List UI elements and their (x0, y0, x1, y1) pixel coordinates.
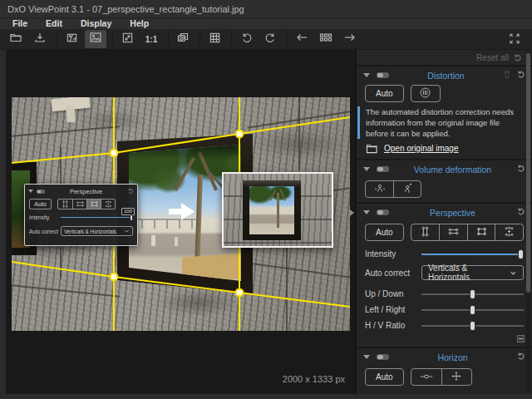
hv-ratio-handle[interactable] (470, 321, 475, 331)
arrow-right-icon (343, 32, 357, 47)
export-image-button[interactable] (29, 30, 51, 48)
menu-file[interactable]: File (3, 18, 37, 29)
fit-to-screen-button[interactable] (116, 30, 138, 48)
fullscreen-icon (509, 32, 520, 47)
force-rectangle-button[interactable] (86, 200, 101, 209)
open-image-button[interactable] (5, 30, 27, 48)
volume-enable-toggle[interactable] (377, 166, 389, 172)
lens-distortion-icon (419, 86, 431, 101)
panel-scrollbar[interactable] (526, 52, 530, 392)
left-right-label: Left / Right (365, 305, 418, 314)
compare-view-button[interactable] (61, 30, 82, 48)
guide-handle-bottom-left[interactable] (111, 273, 118, 281)
horizon-move-button[interactable] (441, 369, 471, 385)
trash-icon[interactable] (503, 70, 511, 81)
distortion-auto-button[interactable]: Auto (365, 85, 404, 102)
panel-scrollbar-thumb[interactable] (526, 53, 530, 293)
reset-all-icon (513, 53, 522, 62)
collapse-triangle-icon[interactable] (28, 190, 33, 193)
reset-all-button[interactable]: Reset all (357, 50, 532, 65)
force-horizontal-icon (76, 200, 85, 209)
up-down-label: Up / Down (365, 289, 418, 298)
collapse-triangle-icon[interactable] (363, 210, 370, 214)
force-horizontal-button[interactable] (439, 224, 467, 240)
up-down-row: Up / Down (357, 286, 532, 302)
guide-handle-top-left[interactable] (111, 150, 118, 157)
overlay-intensity-handle[interactable] (130, 214, 133, 221)
perspective-controls: Auto (357, 224, 532, 241)
intensity-slider[interactable] (421, 254, 524, 255)
eight-point-button[interactable] (495, 224, 523, 240)
panel-collapse-handle[interactable] (350, 209, 354, 216)
section-collapse-button[interactable] (517, 335, 525, 342)
collapse-triangle-icon[interactable] (363, 73, 370, 77)
grid-button[interactable] (204, 30, 225, 48)
redo-button[interactable] (259, 30, 281, 48)
overlay-perspective-panel: Perspective Auto (24, 184, 138, 246)
overlay-auto-correct-dropdown[interactable]: Verticals & Horizontals (61, 226, 133, 236)
eight-point-button[interactable] (101, 200, 115, 209)
distortion-message: The automated distortion correction need… (357, 106, 524, 139)
force-horizontal-button[interactable] (72, 200, 86, 209)
perspective-mode-group (411, 224, 524, 241)
compare-overlay-button[interactable] (172, 30, 194, 48)
person-diagonal-icon (401, 182, 414, 196)
menu-display[interactable]: Display (71, 18, 121, 29)
volume-mode-group (365, 180, 421, 198)
next-image-button[interactable] (339, 30, 361, 48)
image-browser-button[interactable] (315, 30, 337, 48)
auto-correct-dropdown[interactable]: Verticals & Horizontals (421, 265, 524, 280)
image-view-button[interactable] (85, 30, 106, 48)
person-horizontal-icon (373, 182, 387, 196)
perspective-enable-toggle[interactable] (377, 209, 389, 215)
overlay-auto-button[interactable]: Auto (29, 199, 52, 209)
distortion-enable-toggle[interactable] (377, 72, 389, 78)
volume-diagonal-button[interactable] (393, 181, 421, 197)
horizon-enable-toggle[interactable] (377, 354, 389, 360)
force-vertical-button[interactable] (58, 200, 72, 209)
menu-help[interactable]: Help (121, 18, 158, 29)
enable-toggle[interactable] (37, 190, 45, 194)
left-right-slider[interactable] (421, 309, 524, 311)
overlay-auto-correct-value: Verticals & Horizontals (64, 229, 116, 234)
guide-handle-bottom-right[interactable] (236, 289, 244, 297)
left-right-handle[interactable] (470, 305, 475, 315)
up-down-slider[interactable] (421, 293, 524, 295)
horizon-header: Horizon (357, 350, 532, 364)
volume-horizontal-button[interactable] (366, 181, 393, 197)
horizon-auto-button[interactable]: Auto (365, 368, 404, 386)
guide-handle-top-right[interactable] (236, 131, 244, 138)
perspective-auto-button[interactable]: Auto (365, 224, 404, 241)
force-vertical-button[interactable] (411, 224, 440, 240)
horizon-level-button[interactable] (411, 369, 441, 385)
horizon-mode-group (411, 368, 472, 386)
volume-title: Volume deformation (389, 165, 516, 175)
previous-image-button[interactable] (291, 30, 313, 48)
split-image-icon (66, 32, 78, 47)
zoom-1-1-button[interactable]: 1:1 (140, 30, 162, 48)
overlay-mode-buttons (57, 199, 116, 209)
horizon-level-icon (420, 372, 433, 383)
menu-edit[interactable]: Edit (37, 18, 71, 29)
reset-icon[interactable] (516, 352, 525, 362)
toolbar-separator (112, 32, 113, 47)
up-down-handle[interactable] (470, 289, 475, 299)
collapse-triangle-icon[interactable] (363, 167, 370, 171)
open-original-image-label: Open original image (384, 144, 459, 153)
open-original-image-link[interactable]: Open original image (366, 143, 524, 154)
reset-icon[interactable] (516, 207, 525, 218)
chevron-down-icon (510, 270, 517, 276)
overlay-intensity-slider[interactable]: 100 (61, 217, 133, 219)
undo-button[interactable] (235, 30, 257, 48)
reset-icon[interactable] (127, 188, 134, 195)
toolbar-separator (57, 32, 57, 47)
lens-distortion-button[interactable] (411, 86, 440, 101)
reset-icon[interactable] (516, 164, 525, 175)
fullscreen-button[interactable] (505, 32, 524, 48)
reset-icon[interactable] (516, 70, 525, 81)
collapse-triangle-icon[interactable] (363, 355, 370, 359)
hv-ratio-slider[interactable] (421, 325, 524, 327)
edited-photo[interactable]: Perspective Auto (12, 97, 350, 331)
intensity-handle[interactable] (518, 249, 524, 259)
force-rectangle-button[interactable] (467, 224, 495, 240)
